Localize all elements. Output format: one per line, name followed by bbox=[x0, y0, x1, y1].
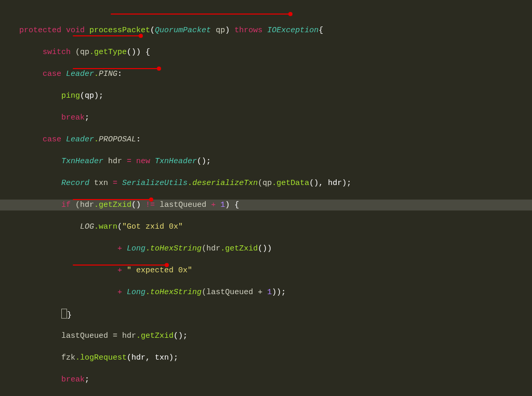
code-line: protected void processPacket(QuorumPacke… bbox=[0, 25, 532, 36]
code-line: break; bbox=[0, 112, 532, 123]
annotation-underline bbox=[73, 199, 151, 200]
code-line-highlighted: if (hdr.getZxid() != lastQueued + 1) { bbox=[0, 200, 532, 210]
code-editor[interactable]: protected void processPacket(QuorumPacke… bbox=[0, 0, 532, 396]
code-line: + " expected 0x" bbox=[0, 265, 532, 276]
annotation-underline bbox=[111, 14, 290, 15]
code-line: Record txn = SerializeUtils.deserializeT… bbox=[0, 178, 532, 189]
code-line: ping(qp); bbox=[0, 90, 532, 101]
code-line: LOG.warn("Got zxid 0x" bbox=[0, 221, 532, 232]
code-line: lastQueued = hdr.getZxid(); bbox=[0, 331, 532, 341]
annotation-underline bbox=[73, 265, 166, 266]
code-line: } bbox=[0, 309, 532, 320]
code-line: TxnHeader hdr = new TxnHeader(); bbox=[0, 156, 532, 167]
code-line: switch (qp.getType()) { bbox=[0, 47, 532, 58]
annotation-dot-icon bbox=[288, 12, 292, 16]
code-line: break; bbox=[0, 374, 532, 385]
code-line: + Long.toHexString(lastQueued + 1)); bbox=[0, 287, 532, 298]
annotation-underline bbox=[73, 68, 158, 69]
annotation-dot-icon bbox=[157, 67, 161, 71]
annotation-dot-icon bbox=[149, 197, 153, 202]
annotation-dot-icon bbox=[165, 263, 169, 267]
annotation-underline bbox=[73, 35, 140, 36]
annotation-dot-icon bbox=[139, 34, 143, 38]
code-line: case Leader.PING: bbox=[0, 69, 532, 80]
cursor-icon bbox=[61, 309, 67, 319]
code-line: + Long.toHexString(hdr.getZxid()) bbox=[0, 243, 532, 254]
code-line: case Leader.PROPOSAL: bbox=[0, 134, 532, 145]
code-line: fzk.logRequest(hdr, txn); bbox=[0, 352, 532, 363]
